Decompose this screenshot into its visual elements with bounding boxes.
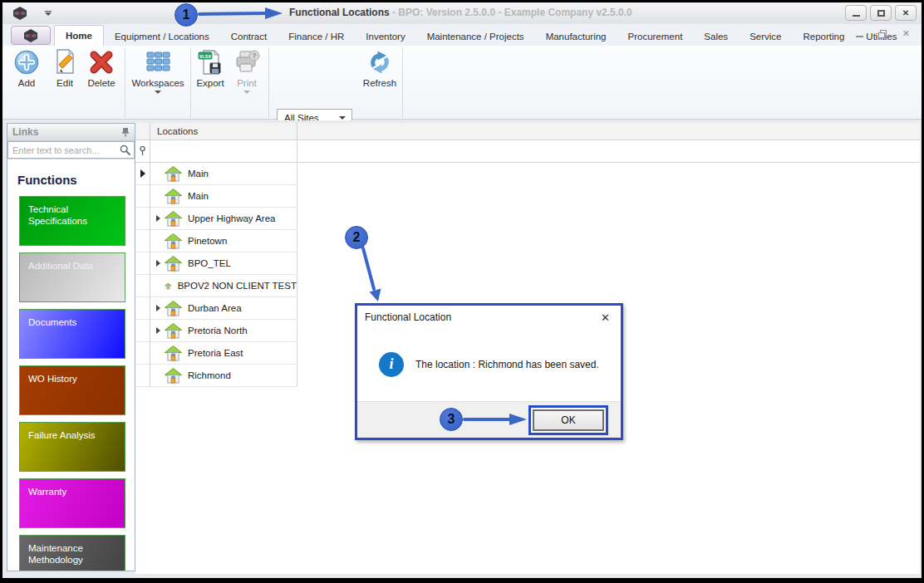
table-row[interactable]: Pinetown bbox=[135, 230, 920, 252]
close-button[interactable]: ✕ bbox=[895, 5, 917, 21]
mdi-close-button[interactable]: ✕ bbox=[902, 29, 910, 38]
focused-row-arrow-icon bbox=[140, 169, 145, 178]
minimize-button[interactable] bbox=[845, 5, 867, 21]
filter-cell[interactable] bbox=[150, 140, 297, 163]
location-icon bbox=[165, 278, 172, 294]
location-label: Pretoria East bbox=[188, 348, 243, 358]
location-icon bbox=[165, 189, 182, 204]
mdi-minimize-button[interactable] bbox=[856, 30, 863, 37]
tab-finance-hr[interactable]: Finance / HR bbox=[278, 27, 355, 46]
links-panel: Links Functions Technical Specifications… bbox=[7, 123, 135, 571]
functions-heading: Functions bbox=[17, 173, 135, 187]
links-panel-title: Links bbox=[12, 126, 121, 138]
function-button-additional-data[interactable]: Additional Data bbox=[19, 252, 125, 302]
tab-sales[interactable]: Sales bbox=[693, 27, 739, 46]
table-row[interactable]: BPO_TEL bbox=[135, 252, 920, 275]
empty-column-header bbox=[297, 123, 920, 140]
dropdown-arrow-icon bbox=[243, 91, 250, 94]
location-icon bbox=[165, 233, 182, 249]
table-row[interactable]: BPOV2 NON CLIENT TEST bbox=[135, 275, 920, 297]
dialog-title: Functional Location bbox=[365, 311, 597, 323]
dialog-message: The location : Richmond has been saved. bbox=[415, 359, 599, 370]
location-icon bbox=[165, 345, 182, 361]
application-button[interactable] bbox=[11, 26, 51, 45]
add-button[interactable]: Add bbox=[8, 49, 45, 88]
tab-home[interactable]: Home bbox=[54, 25, 104, 46]
close-icon: ✕ bbox=[902, 8, 909, 17]
location-label: Main bbox=[188, 191, 209, 201]
location-icon bbox=[165, 368, 182, 384]
links-panel-header: Links bbox=[7, 124, 135, 141]
dropdown-arrow-icon bbox=[339, 116, 346, 120]
location-label: Pinetown bbox=[188, 236, 227, 246]
table-row[interactable]: Main bbox=[135, 163, 920, 185]
delete-icon bbox=[88, 49, 115, 76]
edit-icon bbox=[52, 49, 78, 76]
locations-column-header[interactable]: Locations bbox=[150, 123, 297, 140]
tab-contract[interactable]: Contract bbox=[220, 27, 278, 46]
tab-reporting[interactable]: Reporting bbox=[792, 27, 855, 46]
pin-icon[interactable] bbox=[121, 127, 130, 137]
quick-access-dropdown-icon[interactable] bbox=[42, 8, 54, 18]
callout-3-badge: 3 bbox=[440, 408, 463, 431]
location-label: Main bbox=[188, 169, 209, 179]
expand-arrow-icon[interactable] bbox=[153, 305, 163, 311]
bpo-logo-icon bbox=[23, 29, 38, 42]
tab-equipment-locations[interactable]: Equipment / Locations bbox=[104, 27, 220, 46]
window-title-primary: Functional Locations bbox=[289, 7, 390, 18]
workspaces-button[interactable]: Workspaces bbox=[129, 49, 187, 94]
function-button-technical-specifications[interactable]: Technical Specifications bbox=[19, 196, 125, 246]
edit-button[interactable]: Edit bbox=[47, 49, 83, 88]
expand-arrow-icon[interactable] bbox=[153, 260, 163, 267]
search-input[interactable] bbox=[7, 141, 135, 159]
export-button[interactable]: XLSX Export bbox=[192, 49, 229, 88]
app-window: Functional Locations - BPO: Version 2.5.… bbox=[0, 0, 924, 583]
table-row[interactable]: Main bbox=[135, 185, 920, 208]
dialog-footer: OK bbox=[357, 401, 621, 438]
location-icon bbox=[165, 256, 182, 272]
ok-button[interactable]: OK bbox=[533, 409, 604, 431]
table-row[interactable]: Upper Highway Area bbox=[135, 208, 920, 230]
filter-icon bbox=[139, 146, 146, 156]
tab-service[interactable]: Service bbox=[739, 27, 792, 46]
function-button-documents[interactable]: Documents bbox=[19, 309, 125, 359]
print-button[interactable]: ? Print bbox=[229, 49, 265, 94]
refresh-button[interactable]: Refresh bbox=[358, 49, 401, 88]
tab-manufacturing[interactable]: Manufacturing bbox=[535, 27, 617, 46]
row-indicator-header bbox=[135, 123, 150, 140]
delete-button[interactable]: Delete bbox=[83, 49, 120, 88]
function-button-failure-analysis[interactable]: Failure Analysis bbox=[19, 422, 125, 472]
workspaces-icon bbox=[145, 49, 171, 76]
functional-location-dialog: Functional Location ✕ i The location : R… bbox=[355, 303, 623, 440]
bpo-logo-icon bbox=[12, 7, 27, 20]
maximize-button[interactable] bbox=[870, 5, 892, 21]
location-label: BPOV2 NON CLIENT TEST bbox=[178, 281, 297, 291]
tab-procurement[interactable]: Procurement bbox=[617, 27, 694, 46]
print-icon: ? bbox=[233, 49, 260, 76]
expand-arrow-icon[interactable] bbox=[153, 215, 163, 222]
info-icon: i bbox=[379, 352, 404, 377]
tab-inventory[interactable]: Inventory bbox=[355, 27, 415, 46]
callout-1-badge: 1 bbox=[174, 3, 198, 27]
location-icon bbox=[165, 323, 182, 339]
search-icon[interactable] bbox=[120, 145, 130, 155]
location-label: Richmond bbox=[188, 370, 231, 380]
function-button-warranty[interactable]: Warranty bbox=[19, 478, 125, 528]
location-label: Upper Highway Area bbox=[188, 213, 275, 223]
expand-arrow-icon[interactable] bbox=[153, 327, 163, 334]
mdi-restore-button[interactable] bbox=[878, 30, 887, 38]
ribbon-tab-row: Home Equipment / Locations Contract Fina… bbox=[2, 24, 922, 46]
filter-cell-rest[interactable] bbox=[297, 140, 920, 163]
dropdown-arrow-icon bbox=[155, 91, 161, 94]
title-bar: Functional Locations - BPO: Version 2.5.… bbox=[2, 2, 922, 24]
window-title: Functional Locations - BPO: Version 2.5.… bbox=[289, 7, 632, 18]
refresh-icon bbox=[366, 49, 393, 76]
function-button-maintenance-methodology[interactable]: Maintenance Methodology bbox=[19, 535, 125, 571]
function-button-wo-history[interactable]: WO History bbox=[19, 365, 125, 415]
tab-maintenance-projects[interactable]: Maintenance / Projects bbox=[416, 27, 535, 46]
dialog-close-button[interactable]: ✕ bbox=[597, 311, 613, 324]
close-icon: ✕ bbox=[902, 28, 910, 38]
focused-row-indicator bbox=[135, 163, 150, 185]
callout-2-badge: 2 bbox=[345, 226, 368, 249]
search-row bbox=[7, 141, 135, 159]
